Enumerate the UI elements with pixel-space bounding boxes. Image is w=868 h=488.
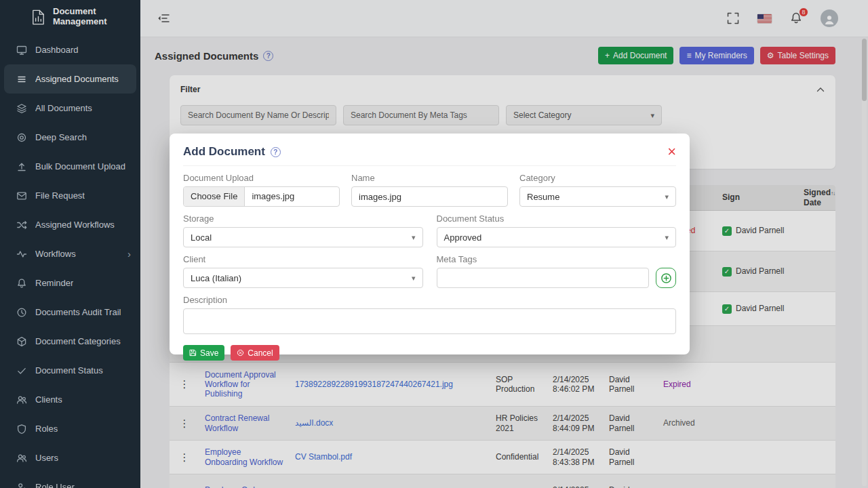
choose-file-button[interactable]: Choose File [184,187,245,206]
chosen-file-name: images.jpg [245,187,301,206]
document-upload-input[interactable]: Choose File images.jpg [183,186,340,207]
modal-help-icon[interactable]: ? [271,147,281,157]
description-label: Description [183,295,676,305]
circle-plus-icon [660,272,672,284]
category-select[interactable]: Resume ▾ [519,186,676,207]
chevron-down-icon: ▾ [412,233,416,242]
chevron-down-icon: ▾ [665,192,669,201]
client-label: Client [183,254,423,264]
meta-tags-label: Meta Tags [437,254,677,264]
storage-label: Storage [183,214,423,224]
close-icon[interactable]: × [667,144,676,159]
modal-title: Add Document ? [183,145,281,159]
chevron-down-icon: ▾ [412,274,416,283]
storage-select[interactable]: Local ▾ [183,227,423,247]
name-label: Name [351,173,508,183]
circle-x-icon [237,349,244,357]
document-status-label: Document Status [437,214,677,224]
document-upload-label: Document Upload [183,173,340,183]
description-textarea[interactable] [183,308,676,334]
client-select[interactable]: Luca (Italian) ▾ [183,268,423,288]
chevron-down-icon: ▾ [665,233,669,242]
add-meta-tag-button[interactable] [656,268,676,288]
document-status-select[interactable]: Approved ▾ [437,227,677,247]
save-icon [189,349,197,357]
add-document-modal: Add Document ? × Document Upload Choose … [170,134,690,354]
save-button[interactable]: Save [183,345,224,361]
meta-tags-input[interactable] [437,268,650,288]
category-label: Category [519,173,676,183]
name-input[interactable] [351,186,508,207]
cancel-button[interactable]: Cancel [231,345,279,361]
